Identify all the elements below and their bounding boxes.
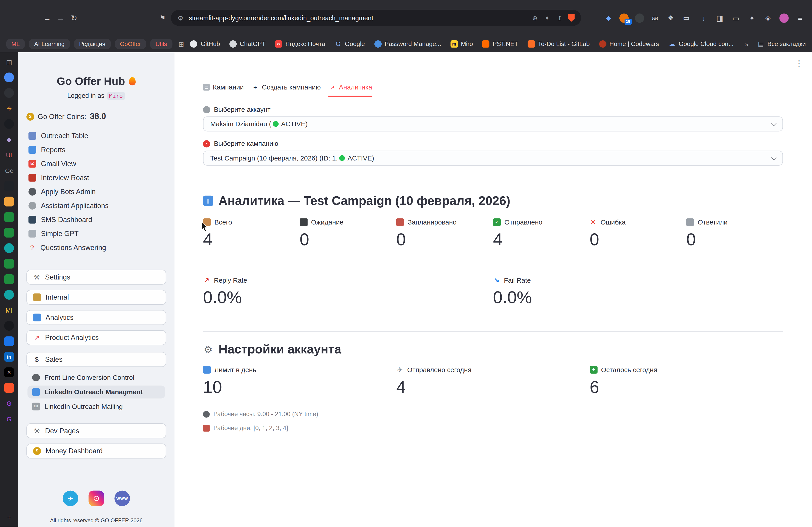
app-icon[interactable] xyxy=(4,321,14,331)
url-text: streamlit-app-dygv.onrender.com/linkedin… xyxy=(189,14,526,21)
instagram-icon[interactable]: ⊙ xyxy=(89,491,104,506)
url-action-icon[interactable]: ↥ xyxy=(556,14,563,21)
brave-shield-icon[interactable] xyxy=(568,14,575,21)
sidebar-nav-item[interactable]: ✉ Gmail View xyxy=(26,159,166,169)
bookmark-item[interactable]: m Miro xyxy=(450,40,473,48)
app-icon[interactable]: ✳ xyxy=(4,104,14,114)
sidebar-nav-item[interactable]: ? Questions Answering xyxy=(26,242,166,253)
tab[interactable]: ▤ Кампании xyxy=(203,84,244,97)
site-settings-icon[interactable]: ⚙ xyxy=(177,14,184,21)
tab[interactable]: + Создать кампанию xyxy=(251,84,321,97)
apps-grid-icon[interactable]: ⊞ xyxy=(178,40,184,48)
app-icon[interactable] xyxy=(4,274,14,284)
bookmark-item[interactable]: Password Manage... xyxy=(374,40,441,48)
bookmark-item[interactable]: G Google xyxy=(334,40,365,48)
campaign-select[interactable]: Test Campaign (10 февраля, 2026) (ID: 1,… xyxy=(203,151,783,166)
app-icon[interactable] xyxy=(4,72,14,82)
app-icon[interactable] xyxy=(4,336,14,346)
url-action-icon[interactable]: ⊕ xyxy=(531,14,538,21)
sidebar-nav-item[interactable]: Simple GPT xyxy=(26,228,166,239)
bookmarks-overflow-chevron[interactable]: » xyxy=(745,40,749,48)
sales-page-link[interactable]: Front Line Conversion Control xyxy=(28,371,165,384)
app-icon[interactable] xyxy=(4,290,14,300)
bookmark-item[interactable]: ChatGPT xyxy=(229,40,266,48)
app-icon[interactable]: ◫ xyxy=(4,57,14,67)
all-bookmarks-button[interactable]: ▤ Все закладки xyxy=(758,40,806,48)
browser-action-icon[interactable]: ◈ xyxy=(763,13,772,22)
app-icon[interactable] xyxy=(4,212,14,222)
bookmark-folder-pill[interactable]: AI Learning xyxy=(29,39,70,49)
forward-button[interactable]: → xyxy=(54,14,68,22)
app-icon[interactable]: ◆ xyxy=(4,135,14,145)
app-icon[interactable] xyxy=(4,197,14,207)
sidebar-button[interactable]: $ Money Dashboard xyxy=(26,443,166,459)
app-icon[interactable] xyxy=(4,259,14,269)
app-icon[interactable]: in xyxy=(4,352,14,362)
app-menu-icon[interactable]: ⋮ xyxy=(795,58,803,68)
extension-icon[interactable]: 19 xyxy=(619,13,629,22)
sidebar-nav-item[interactable]: Apply Bots Admin xyxy=(26,186,166,197)
tab[interactable]: ↗ Аналитика xyxy=(329,84,372,97)
sidebar-button[interactable]: ↗ Product Analytics xyxy=(26,330,166,345)
url-action-icon[interactable]: ✦ xyxy=(543,14,551,21)
extension-icon[interactable]: ❖ xyxy=(666,13,675,22)
sidebar-nav-item[interactable]: Interview Roast xyxy=(26,172,166,183)
extension-icon[interactable]: ▭ xyxy=(681,13,691,22)
bookmark-item[interactable]: PST.NET xyxy=(482,40,518,48)
reload-button[interactable]: ↻ xyxy=(67,13,81,22)
sidebar-nav-item[interactable]: Reports xyxy=(26,145,166,155)
bookmark-folder-pill[interactable]: ML xyxy=(6,39,25,49)
app-icon[interactable] xyxy=(4,243,14,253)
app-icon[interactable]: Gc xyxy=(4,166,14,176)
sidebar-nav-item[interactable]: Assistant Applications xyxy=(26,200,166,211)
app-icon[interactable]: ✕ xyxy=(4,367,14,377)
app-icon[interactable] xyxy=(4,88,14,98)
sidebar-button[interactable]: Internal xyxy=(26,290,166,305)
sidebar-button[interactable]: ⚒ Settings xyxy=(26,270,166,285)
url-bar[interactable]: ⚙ streamlit-app-dygv.onrender.com/linked… xyxy=(171,10,581,26)
campaign-select-label: • Выберите кампанию xyxy=(203,140,783,147)
app-icon[interactable] xyxy=(4,383,14,393)
account-select[interactable]: Maksim Dziamidau ( ACTIVE) xyxy=(203,117,783,132)
bookmark-item[interactable]: ✉ Яндекс Почта xyxy=(275,40,325,48)
extension-badge: 19 xyxy=(624,19,632,25)
browser-action-icon[interactable]: ◨ xyxy=(715,13,724,22)
sidebar-button[interactable]: ⚒ Dev Pages xyxy=(26,423,166,438)
section-divider xyxy=(203,331,783,332)
app-icon[interactable]: Ut xyxy=(4,150,14,160)
sales-page-link[interactable]: LinkedIn Outreach Managment xyxy=(28,386,165,398)
browser-action-icon[interactable]: ≡ xyxy=(796,13,805,22)
bookmark-item[interactable]: To-Do List - GitLab xyxy=(527,40,590,48)
bookmark-flag-icon[interactable]: ⚑ xyxy=(159,14,165,21)
back-button[interactable]: ← xyxy=(40,14,54,22)
sales-page-link[interactable]: ✉ LinkedIn Outreach Mailing xyxy=(28,400,165,413)
app-icon[interactable] xyxy=(4,181,14,191)
bookmark-folder-pill[interactable]: GoOffer xyxy=(115,39,146,49)
logged-in-as: Logged in asMiro xyxy=(26,92,166,100)
browser-action-icon[interactable]: ↓ xyxy=(699,13,708,22)
app-icon[interactable] xyxy=(4,119,14,129)
sales-expander-header[interactable]: $ Sales xyxy=(26,352,166,367)
telegram-icon[interactable]: ✈ xyxy=(63,491,78,506)
app-icon[interactable] xyxy=(4,228,14,238)
bookmark-folder-pill[interactable]: Utils xyxy=(150,39,172,49)
sidebar-button[interactable]: Analytics xyxy=(26,310,166,325)
extension-icon[interactable]: æ xyxy=(651,13,660,22)
bookmark-item[interactable]: GitHub xyxy=(190,40,220,48)
extension-icon[interactable]: ◆ xyxy=(604,13,613,22)
bookmark-folder-pill[interactable]: Редакция xyxy=(74,39,111,49)
browser-action-icon[interactable] xyxy=(779,13,788,22)
app-icon[interactable]: G xyxy=(4,398,14,408)
browser-action-icon[interactable]: ▭ xyxy=(731,13,740,22)
bookmark-item[interactable]: Home | Codewars xyxy=(599,40,659,48)
app-icon[interactable]: G xyxy=(4,414,14,424)
app-icon[interactable]: MI xyxy=(4,305,14,315)
browser-action-icon[interactable]: ✦ xyxy=(747,13,756,22)
sidebar-nav-item[interactable]: SMS Dashboard xyxy=(26,214,166,225)
add-app-icon[interactable]: + xyxy=(4,512,14,522)
extension-icon[interactable] xyxy=(635,13,644,22)
button-label: Settings xyxy=(45,273,70,281)
bookmark-item[interactable]: ☁ Google Cloud con... xyxy=(668,40,734,48)
sidebar-nav-item[interactable]: Outreach Table xyxy=(26,131,166,141)
website-globe-icon[interactable]: WWW xyxy=(114,491,130,506)
